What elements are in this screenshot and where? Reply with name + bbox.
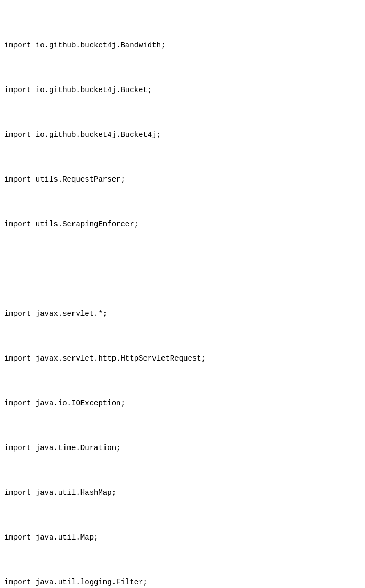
code-editor: import io.github.bucket4j.Bandwidth; imp… [0,0,365,588]
code-line-10: import java.time.Duration; [4,443,361,454]
code-line-9: import java.io.IOException; [4,398,361,409]
code-line-2: import io.github.bucket4j.Bucket; [4,85,361,96]
code-line-4: import utils.RequestParser; [4,174,361,185]
code-line-11: import java.util.HashMap; [4,487,361,499]
code-line-8: import javax.servlet.http.HttpServletReq… [4,353,361,364]
code-line-6 [4,264,361,275]
code-line-3: import io.github.bucket4j.Bucket4j; [4,129,361,141]
code-line-7: import javax.servlet.*; [4,308,361,320]
code-line-5: import utils.ScrapingEnforcer; [4,219,361,230]
code-line-12: import java.util.Map; [4,532,361,543]
code-line-1: import io.github.bucket4j.Bandwidth; [4,40,361,51]
code-line-13: import java.util.logging.Filter; [4,577,361,588]
